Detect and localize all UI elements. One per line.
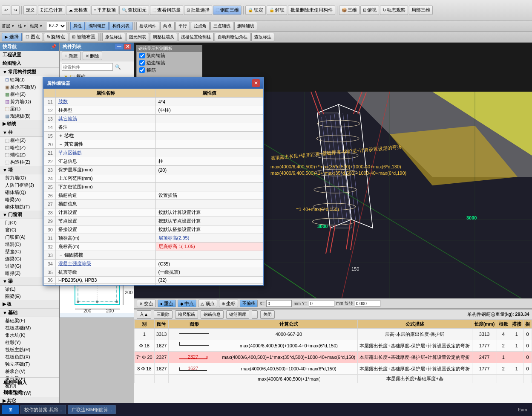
close-prop-button[interactable]: ✕ bbox=[124, 44, 131, 49]
longitudinal-rebar-checkbox[interactable]: 纵向钢筋 bbox=[137, 52, 202, 59]
redo-button[interactable]: ↪ bbox=[11, 6, 20, 15]
element-list-button[interactable]: 图元列表 bbox=[126, 33, 149, 41]
view-rebar-button[interactable]: ⬚ 查看钢筋量 bbox=[150, 6, 183, 15]
sidebar-sump[interactable]: 集水坑(K) bbox=[0, 332, 59, 339]
snap-midpoint[interactable]: ◆ 中点 bbox=[178, 300, 197, 307]
snap-intersection[interactable]: ✕ 交点 bbox=[137, 300, 156, 307]
calc-button[interactable]: Σ 汇总计算 bbox=[38, 6, 65, 15]
delete-rebar-button[interactable]: 三删除 bbox=[154, 310, 173, 319]
change-annotation-button[interactable]: 查改标注 bbox=[251, 33, 274, 41]
adjust-column-button[interactable]: 调整柱端头 bbox=[150, 33, 177, 41]
del-aux-button[interactable]: 删除辅线 bbox=[234, 22, 257, 30]
stirrup-checkbox[interactable]: 箍筋 bbox=[137, 66, 202, 74]
draw-col-button[interactable]: 按楼位置绘制柱 bbox=[178, 33, 214, 41]
three-point-button[interactable]: 三点辅线 bbox=[210, 22, 233, 30]
wall-icon: ▥ bbox=[5, 99, 9, 104]
minimize-button[interactable]: — bbox=[115, 44, 123, 49]
property-button[interactable]: 属性 bbox=[70, 22, 85, 30]
report-preview-button[interactable]: 报表预览 bbox=[0, 387, 59, 397]
cloud-check-button[interactable]: ☁ 云检查 bbox=[66, 6, 90, 15]
toolbar2: 首层 ▾ 柱 ▾ 框架 ▾ KZ-2 属性 编辑钢筋 构件列表 拾取构件 两点 … bbox=[0, 20, 532, 32]
annotation-button[interactable]: 原位标注 bbox=[102, 33, 125, 41]
sidebar-raft-main[interactable]: 筏板主筋(R) bbox=[0, 346, 59, 353]
rebar-row-1: 1 3313 4000-667-20 层高-本层的露出长度-保护层 3313 4… bbox=[135, 329, 532, 340]
longitudinal-rebar-check[interactable] bbox=[139, 53, 145, 58]
sidebar-found-section[interactable]: ▼ 基础 bbox=[0, 309, 59, 317]
batch-select-button[interactable]: ⊡ 批量选择 bbox=[184, 6, 212, 15]
select-button[interactable]: ▶ 选择 bbox=[2, 33, 22, 41]
top-view-button[interactable]: ⊡ 俯视 bbox=[360, 6, 379, 15]
start-button[interactable]: ⊞ bbox=[2, 405, 19, 414]
point-button[interactable]: ☐ 图点 bbox=[23, 33, 43, 41]
edge-rebar-checkbox[interactable]: 边边钢筋 bbox=[137, 59, 202, 66]
close-button[interactable]: 关闭 bbox=[260, 310, 275, 319]
sidebar-isolated[interactable]: 独立基础(T) bbox=[0, 361, 59, 368]
align-top-button[interactable]: ≡ 平齐板顶 bbox=[91, 6, 118, 15]
3d-view-button[interactable]: 📦 三维 bbox=[339, 6, 359, 15]
sidebar-pin[interactable]: 📌 bbox=[51, 44, 57, 49]
sidebar-drawing-section[interactable]: 绘图输入 bbox=[0, 59, 59, 68]
taskbar-app2[interactable]: 广联达BIM钢筋算... bbox=[68, 405, 116, 414]
sidebar-found-beam[interactable]: 基础梁(F) bbox=[0, 317, 59, 324]
undo-button[interactable]: ↩ bbox=[2, 6, 10, 15]
rebar-table: 别 图号 图形 计算公式 公式描述 长度(mm) 根数 搭接 损 1 bbox=[134, 320, 532, 383]
auto-corner-button[interactable]: 自动判断边角柱 bbox=[215, 33, 250, 41]
find-element-button[interactable]: 🔍 查找图元 bbox=[119, 6, 149, 15]
no-offset-button[interactable]: 不偏移 bbox=[240, 300, 258, 307]
type-select[interactable]: KZ-2 bbox=[46, 22, 66, 30]
sep-t25 bbox=[134, 22, 135, 30]
wall-expand: ▼ bbox=[3, 168, 7, 173]
sidebar-ring-beam[interactable]: 圈梁(E) bbox=[0, 293, 59, 300]
parallel-button[interactable]: 平行 bbox=[175, 22, 190, 30]
pick-comp-button[interactable]: 拾取构件 bbox=[136, 22, 159, 30]
comp-search-input[interactable] bbox=[62, 63, 113, 71]
rotate-point-button[interactable]: ↻ 旋转点 bbox=[44, 33, 69, 41]
slab-icon: ▦ bbox=[5, 113, 9, 119]
scale-rebar-button[interactable]: 缩尺配筋 bbox=[175, 310, 198, 319]
col-len-h: 长度(mm) bbox=[472, 320, 497, 329]
sidebar-engineering-section[interactable]: 工程设置 bbox=[0, 51, 59, 59]
define-button[interactable]: 定义 bbox=[23, 6, 37, 15]
rebar-shape-7: 2327 bbox=[177, 352, 211, 361]
dialog-close-button[interactable]: ✕ bbox=[252, 79, 260, 87]
snap-coord[interactable]: ⊕ 坐标 bbox=[219, 300, 238, 307]
pull-angle-button[interactable]: 拉点角 bbox=[191, 22, 210, 30]
new-comp-button[interactable]: + 新建 bbox=[62, 52, 81, 60]
insert-button[interactable]: 入▲ bbox=[137, 310, 151, 319]
smart-place-button[interactable]: ⊞ 智能布置 bbox=[69, 33, 98, 41]
edit-rebar-button[interactable]: 编辑钢筋 bbox=[86, 22, 109, 30]
sidebar-slab-section[interactable]: ▶ 板 bbox=[0, 300, 59, 309]
local-3d-button[interactable]: 局部三维 bbox=[409, 6, 433, 15]
other-button[interactable] bbox=[252, 310, 258, 319]
rotate-input[interactable] bbox=[355, 300, 380, 307]
sidebar-components-section[interactable]: ▼ 常用构件类型 bbox=[0, 68, 59, 76]
rebar-shape-8: 1627 bbox=[177, 364, 211, 373]
del-comp-button[interactable]: ✕ 删除 bbox=[83, 52, 103, 60]
beam-icon: ⬚ bbox=[5, 106, 9, 112]
sidebar-col-cap[interactable]: 柱墩(Y) bbox=[0, 339, 59, 346]
prop-row-33: 33 － 锚固搭接 bbox=[44, 251, 263, 260]
lock-button[interactable]: 🔒 锁定 bbox=[245, 6, 266, 15]
sidebar-beam-l[interactable]: 梁(L) bbox=[0, 286, 59, 293]
sidebar-raft-neg[interactable]: 筏板负筋(X) bbox=[0, 353, 59, 361]
comp-list-button[interactable]: 构件列表 bbox=[109, 22, 132, 30]
dynamic-view-button[interactable]: ↻ 动态观察 bbox=[380, 6, 408, 15]
y-coord-input[interactable] bbox=[309, 300, 334, 307]
search-icon[interactable]: 🔍 bbox=[115, 64, 121, 69]
batch-delete-button[interactable]: 批量删除未使用构件 bbox=[288, 6, 335, 15]
stirrup-check[interactable] bbox=[139, 67, 145, 73]
single-component-button[interactable]: 单构件输入 bbox=[0, 378, 59, 387]
snap-vertex[interactable]: △ 顶点 bbox=[198, 300, 217, 307]
rebar-info-button[interactable]: 钢筋信息 bbox=[201, 310, 224, 319]
sidebar-raft[interactable]: 筏板基础(M) bbox=[0, 324, 59, 332]
unlock-button[interactable]: 🔓 解锁 bbox=[267, 6, 287, 15]
edge-rebar-check[interactable] bbox=[139, 60, 145, 66]
rebar-lib-button[interactable]: 钢筋图库 bbox=[226, 310, 249, 319]
two-point-button[interactable]: 两点 bbox=[160, 22, 175, 30]
x-coord-input[interactable] bbox=[266, 300, 292, 307]
sep2 bbox=[243, 6, 244, 14]
snap-endpoint[interactable]: ● 重点 bbox=[158, 300, 176, 307]
sidebar-pile-cap[interactable]: 桩承台(V) bbox=[0, 368, 59, 375]
rebar-3d-button[interactable]: ⬚ 钢筋三维 bbox=[213, 6, 242, 15]
taskbar-app1[interactable]: 校你的答案.我将... bbox=[20, 405, 66, 414]
